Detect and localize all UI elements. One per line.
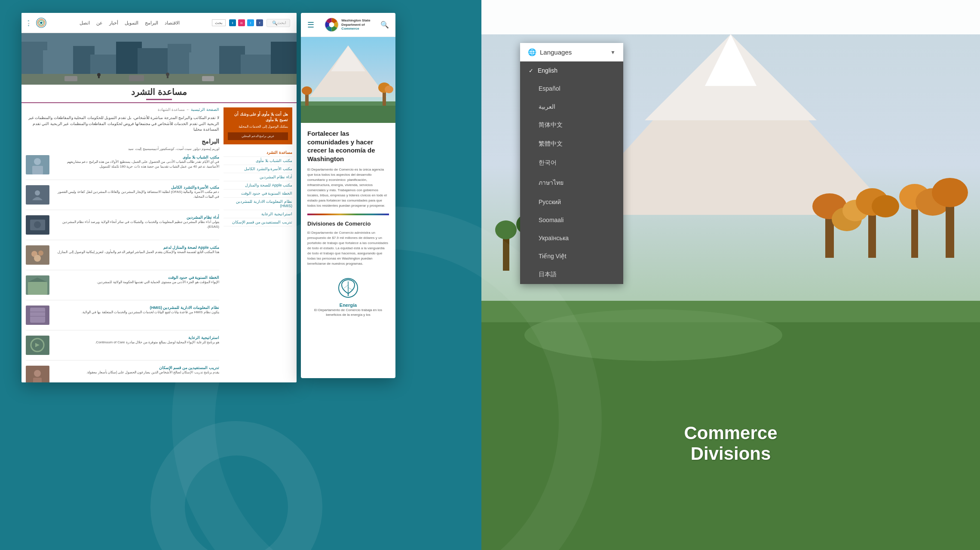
- sidebar-item-performance[interactable]: أداء نظام المشردين: [224, 173, 292, 181]
- svg-point-66: [339, 278, 358, 297]
- svg-point-86: [932, 178, 968, 207]
- nav-news[interactable]: أخبار: [109, 20, 118, 26]
- language-item-traditional-chinese[interactable]: 繁體中文: [520, 134, 623, 153]
- mountain-svg: [301, 37, 395, 123]
- mobile-header: ☰ Washington State Department of: [301, 13, 395, 37]
- sidebar-item-family[interactable]: مكتب الأسرة والتشرد الكامل: [224, 165, 292, 173]
- arabic-header: ابحث 🔍 f t in li بحث الاقتصاد البرامج ال…: [21, 13, 297, 33]
- language-item-korean[interactable]: 한국어: [520, 153, 623, 172]
- breadcrumb-home[interactable]: الصفحة الرئيسية: [191, 107, 219, 112]
- nav-links: الاقتصاد البرامج التمويل أخبار عن اتصل: [80, 20, 180, 26]
- language-item-arabic[interactable]: العربية: [520, 98, 623, 116]
- language-item-vietnamese[interactable]: Tiếng Việt: [520, 247, 623, 265]
- svg-rect-42: [28, 282, 47, 295]
- nav-contact[interactable]: اتصل: [80, 20, 90, 26]
- submit-button[interactable]: بحث: [212, 19, 226, 26]
- language-label-japanese: 日本語: [539, 271, 557, 278]
- program-title-6[interactable]: نظام المعلومات الادارية للمشردين (HMIS): [53, 306, 219, 310]
- language-label-traditional-chinese: 繁體中文: [539, 140, 563, 148]
- orange-help-box: هل أنت بلا مأوى أو على وشك أن تصبح بلا م…: [224, 107, 292, 144]
- program-item-4: مكتب Apple لصحة والمنازل لدعم هذا المكتب…: [26, 245, 219, 265]
- language-item-espanol[interactable]: Español: [520, 79, 623, 98]
- logo-line1: Washington State: [341, 18, 370, 23]
- language-item-russian[interactable]: Русский: [520, 193, 623, 211]
- svg-rect-79: [868, 211, 876, 258]
- nav-funding[interactable]: التمويل: [125, 20, 138, 26]
- search-icon[interactable]: 🔍: [272, 21, 277, 25]
- program-text-8: تدريب المستفيدين من قسم الإسكان يقدم برن…: [53, 366, 219, 375]
- mobile-search-icon[interactable]: 🔍: [380, 21, 389, 29]
- program-img-2: [26, 185, 49, 205]
- title-center: مساعدة التشرد: [30, 87, 288, 100]
- division-title: Divisiones de Comercio: [307, 220, 389, 227]
- svg-rect-21: [21, 74, 297, 85]
- search-bar[interactable]: ابحث 🔍: [266, 19, 290, 27]
- local-programs-button[interactable]: عرض برامج الدعم المحلي: [228, 132, 288, 140]
- program-title-1[interactable]: مكتب الشباب بلا مأوى: [53, 155, 219, 159]
- svg-point-54: [329, 22, 334, 28]
- language-item-ukrainian[interactable]: Українська: [520, 229, 623, 247]
- program-title-4[interactable]: مكتب Apple لصحة والمنازل لدعم: [53, 245, 219, 250]
- language-label-simplified-chinese: 简体中文: [539, 121, 563, 129]
- svg-line-70: [348, 287, 352, 290]
- nav-programs[interactable]: البرامج: [145, 20, 158, 26]
- program-item-6: نظام المعلومات الادارية للمشردين (HMIS) …: [26, 306, 219, 325]
- program-text-2: مكتب الأسرة والتشرد الكامل دعم مكتب الأس…: [53, 185, 219, 199]
- sidebar-item-apple[interactable]: مكتب Apple للصحة والمنازل: [224, 181, 292, 189]
- sidebar-item-annual[interactable]: الخطة السنوية في حدود الوقت: [224, 189, 292, 198]
- linkedin-icon[interactable]: li: [229, 19, 236, 26]
- languages-trigger[interactable]: 🌐 Languages ▼: [520, 43, 623, 61]
- sidebar-item-strategy[interactable]: استراتيجية الرعاية: [224, 210, 292, 218]
- globe-icon: 🌐: [528, 48, 536, 56]
- program-title-5[interactable]: الخطة السنوية في حدود الوقت: [53, 275, 219, 280]
- commerce-divisions-heading: Commerce Divisions: [684, 423, 777, 464]
- sidebar-item-hmis[interactable]: نظام المعلومات الادارية للمشردين (HMIS): [224, 198, 292, 210]
- city-svg: [21, 33, 297, 85]
- spanish-mobile-panel: ☰ Washington State Department of: [301, 13, 395, 378]
- program-img-4: [26, 245, 49, 265]
- division-text: El Departamento de Comercio administra u…: [307, 230, 389, 266]
- right-header: [481, 0, 980, 34]
- spanish-headline: Fortalecer las comunidades y hacer crece…: [307, 129, 389, 163]
- language-item-thai[interactable]: ภาษาไทย: [520, 172, 623, 193]
- sidebar-item-training[interactable]: تدريب المستفيدين من قسم الإسكان: [224, 218, 292, 226]
- commerce-logo: Washington Department of Commerce: [28, 16, 47, 29]
- instagram-icon[interactable]: in: [238, 19, 245, 26]
- svg-point-1: [168, 438, 305, 550]
- program-title-3[interactable]: أداء نظام المشردين: [53, 215, 219, 220]
- program-img-1: [26, 155, 49, 174]
- language-label-vietnamese: Tiếng Việt: [539, 253, 567, 260]
- hero-image: [21, 33, 297, 85]
- header-left-group: ابحث 🔍 f t in li بحث: [212, 19, 290, 27]
- program-text-7: استراتيجية الرعاية هو برنامج للرعاية الإ…: [53, 336, 219, 345]
- program-item-3: أداء نظام المشردين يتولى أداء نظام المشر…: [26, 215, 219, 235]
- breadcrumb-sep: ←: [185, 107, 190, 112]
- language-label-espanol: Español: [539, 85, 560, 92]
- sidebar-item-youth[interactable]: مكتب الشباب بلا مأوى: [224, 157, 292, 165]
- language-item-simplified-chinese[interactable]: 简体中文: [520, 116, 623, 134]
- language-item-japanese[interactable]: 日本語: [520, 265, 623, 284]
- hamburger-icon[interactable]: ☰: [307, 20, 314, 30]
- program-desc-8: يقدم برنامج تدريب الإسكان لصالح الأشخاص …: [53, 370, 219, 375]
- program-title-2[interactable]: مكتب الأسرة والتشرد الكامل: [53, 185, 219, 189]
- right-panel: 🌐 Languages ▼ English Español العربية 简体…: [481, 0, 980, 550]
- svg-point-39: [38, 251, 43, 256]
- commerce-heading-line2: Divisions: [691, 443, 771, 464]
- breadcrumb-current: مساعدة الشهادة: [158, 107, 185, 112]
- svg-point-33: [35, 190, 40, 196]
- program-text-1: مكتب الشباب بلا مأوى في أي الأيام تقدر ط…: [53, 155, 219, 169]
- svg-rect-85: [946, 202, 954, 258]
- language-label-english: English: [538, 67, 557, 74]
- sidebar-item-homelessness[interactable]: مساعدة التشرد: [224, 149, 292, 157]
- nav-economy[interactable]: الاقتصاد: [165, 20, 180, 26]
- facebook-icon[interactable]: f: [256, 19, 263, 26]
- program-text-6: نظام المعلومات الادارية للمشردين (HMIS) …: [53, 306, 219, 315]
- language-item-somali[interactable]: Soomaali: [520, 211, 623, 229]
- nav-about[interactable]: عن: [96, 20, 103, 26]
- background: ابحث 🔍 f t in li بحث الاقتصاد البرامج ال…: [0, 0, 980, 550]
- program-title-8[interactable]: تدريب المستفيدين من قسم الإسكان: [53, 366, 219, 370]
- twitter-icon[interactable]: t: [247, 19, 254, 26]
- language-item-english[interactable]: English: [520, 61, 623, 79]
- programs-subheading: لوريم إيبسوم دولور سيت أميت، كونسكتيتور …: [26, 147, 219, 151]
- program-title-7[interactable]: استراتيجية الرعاية: [53, 336, 219, 340]
